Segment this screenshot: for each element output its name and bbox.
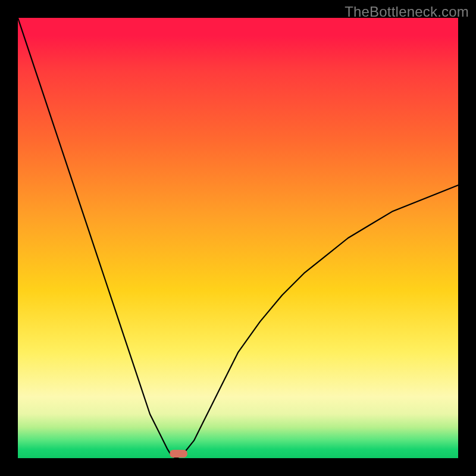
chart-plot-area bbox=[18, 18, 458, 458]
optimal-marker bbox=[170, 450, 187, 458]
watermark-text: TheBottleneck.com bbox=[345, 4, 469, 20]
bottleneck-curve bbox=[18, 18, 458, 458]
chart-overlay bbox=[18, 18, 458, 458]
chart-frame: TheBottleneck.com bbox=[0, 0, 476, 476]
